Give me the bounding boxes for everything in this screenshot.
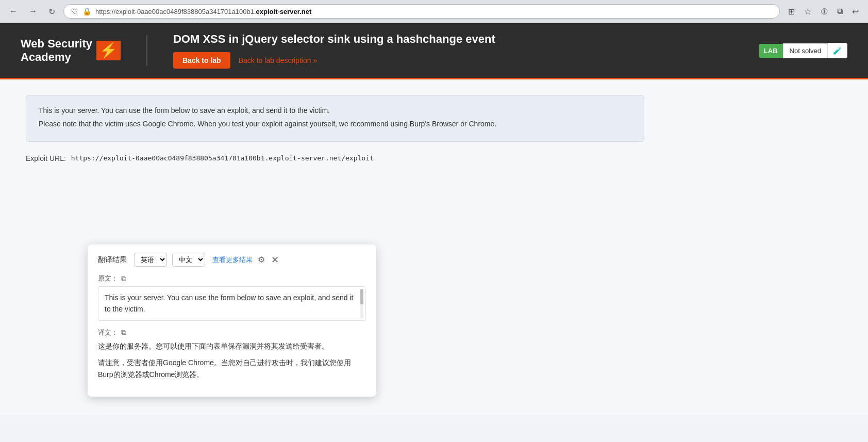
extensions-button[interactable]: ⊞ xyxy=(785,5,798,19)
header-buttons: Back to lab Back to lab description » xyxy=(173,52,743,69)
close-icon[interactable]: ✕ xyxy=(271,254,279,266)
back-to-lab-button[interactable]: Back to lab xyxy=(173,52,230,69)
back-to-description-link[interactable]: Back to lab description » xyxy=(239,56,318,64)
more-button[interactable]: ↩ xyxy=(849,5,862,19)
address-text: https://exploit-0aae00ac0489f838805a3417… xyxy=(95,8,772,15)
not-solved-label: Not solved xyxy=(783,43,828,58)
lab-title: DOM XSS in jQuery selector sink using a … xyxy=(173,32,743,46)
translated-section: 译文： ⧉ 这是你的服务器。您可以使用下面的表单保存漏洞并将其发送给受害者。 请… xyxy=(98,328,366,381)
info-box: This is your server. You can use the for… xyxy=(26,95,644,142)
address-bold: exploit-server.net xyxy=(256,8,312,15)
translation-label: 翻译结果 xyxy=(98,255,127,265)
target-language-select[interactable]: 中文 xyxy=(172,253,205,267)
site-header: Web Security Academy ⚡ DOM XSS in jQuery… xyxy=(0,23,868,79)
exploit-url-label: Exploit URL: xyxy=(26,154,66,162)
info-line2: Please note that the victim uses Google … xyxy=(39,118,631,129)
chevron-right-icon: » xyxy=(313,56,318,64)
copy-translated-icon[interactable]: ⧉ xyxy=(121,328,126,337)
logo-icon: ⚡ xyxy=(96,41,121,60)
info-line1: This is your server. You can use the for… xyxy=(39,105,631,116)
logo-text: Web Security Academy ⚡ xyxy=(21,37,121,64)
lab-badge: LAB xyxy=(759,44,783,58)
logo-area: Web Security Academy ⚡ xyxy=(21,37,121,64)
shield-icon: 🛡 xyxy=(71,7,78,15)
lab-status: LAB Not solved 🧪 xyxy=(759,43,847,58)
translated-label: 译文： ⧉ xyxy=(98,328,366,337)
lock-icon: 🔒 xyxy=(82,7,91,15)
forward-button[interactable]: → xyxy=(26,5,40,18)
settings-icon[interactable]: ⚙ xyxy=(258,255,265,265)
address-normal: https://exploit-0aae00ac0489f838805a3417… xyxy=(95,8,256,15)
header-content: DOM XSS in jQuery selector sink using a … xyxy=(173,32,743,69)
logo-name: Web Security Academy xyxy=(21,37,92,64)
original-label: 原文： ⧉ xyxy=(98,274,366,283)
extensions2-button[interactable]: ⧉ xyxy=(834,5,846,18)
exploit-url-value: https://exploit-0aae00ac0489f838805a3417… xyxy=(71,154,374,162)
profile-button[interactable]: ① xyxy=(817,5,831,19)
translated-text: 这是你的服务器。您可以使用下面的表单保存漏洞并将其发送给受害者。 请注意，受害者… xyxy=(98,340,366,381)
browser-actions: ⊞ ☆ ① ⧉ ↩ xyxy=(785,5,862,19)
original-section: 原文： ⧉ This is your server. You can use t… xyxy=(98,274,366,321)
scrollbar-thumb xyxy=(360,289,363,304)
reload-button[interactable]: ↻ xyxy=(45,5,58,19)
translated-para-2: 请注意，受害者使用Google Chrome。当您对自己进行攻击时，我们建议您使… xyxy=(98,357,366,382)
translation-header: 翻译结果 英语 中文 查看更多结果 ⚙ ✕ xyxy=(98,253,366,267)
scrollbar[interactable] xyxy=(360,289,363,318)
address-bar[interactable]: 🛡 🔒 https://exploit-0aae00ac0489f838805a… xyxy=(63,4,780,19)
bookmark-button[interactable]: ☆ xyxy=(801,5,814,19)
translated-para-1: 这是你的服务器。您可以使用下面的表单保存漏洞并将其发送给受害者。 xyxy=(98,340,366,353)
empty-form-area xyxy=(26,171,842,233)
more-results-link[interactable]: 查看更多结果 xyxy=(212,255,253,265)
browser-chrome: ← → ↻ 🛡 🔒 https://exploit-0aae00ac0489f8… xyxy=(0,0,868,23)
source-language-select[interactable]: 英语 xyxy=(134,253,167,267)
original-text-box: This is your server. You can use the for… xyxy=(98,286,366,321)
page-body: This is your server. You can use the for… xyxy=(0,79,868,415)
translation-popup: 翻译结果 英语 中文 查看更多结果 ⚙ ✕ 原文： ⧉ This is your… xyxy=(88,244,376,397)
back-button[interactable]: ← xyxy=(6,5,21,18)
flask-button[interactable]: 🧪 xyxy=(828,43,847,58)
copy-original-icon[interactable]: ⧉ xyxy=(121,274,126,283)
header-divider xyxy=(146,35,147,66)
exploit-url-row: Exploit URL: https://exploit-0aae00ac048… xyxy=(26,154,842,162)
